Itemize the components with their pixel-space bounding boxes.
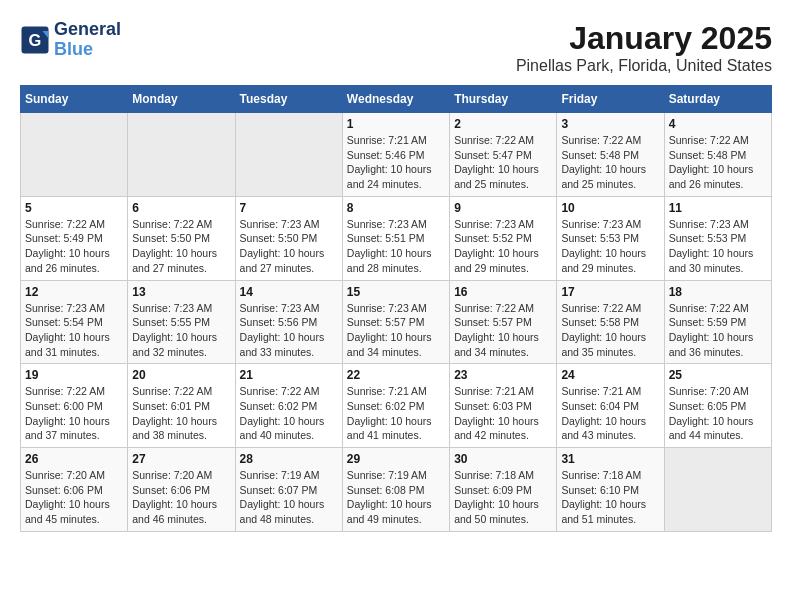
calendar-cell	[664, 448, 771, 532]
page-title: January 2025	[516, 20, 772, 57]
day-info: Sunrise: 7:23 AMSunset: 5:56 PMDaylight:…	[240, 301, 338, 360]
day-number: 19	[25, 368, 123, 382]
calendar-cell: 20Sunrise: 7:22 AMSunset: 6:01 PMDayligh…	[128, 364, 235, 448]
calendar-cell	[21, 113, 128, 197]
day-number: 2	[454, 117, 552, 131]
day-info: Sunrise: 7:21 AMSunset: 6:03 PMDaylight:…	[454, 384, 552, 443]
calendar-cell: 29Sunrise: 7:19 AMSunset: 6:08 PMDayligh…	[342, 448, 449, 532]
calendar-cell: 16Sunrise: 7:22 AMSunset: 5:57 PMDayligh…	[450, 280, 557, 364]
calendar-cell: 2Sunrise: 7:22 AMSunset: 5:47 PMDaylight…	[450, 113, 557, 197]
weekday-header-row: SundayMondayTuesdayWednesdayThursdayFrid…	[21, 86, 772, 113]
calendar-cell: 10Sunrise: 7:23 AMSunset: 5:53 PMDayligh…	[557, 196, 664, 280]
calendar-cell: 15Sunrise: 7:23 AMSunset: 5:57 PMDayligh…	[342, 280, 449, 364]
day-number: 6	[132, 201, 230, 215]
day-info: Sunrise: 7:19 AMSunset: 6:07 PMDaylight:…	[240, 468, 338, 527]
day-number: 12	[25, 285, 123, 299]
day-number: 16	[454, 285, 552, 299]
calendar-cell: 30Sunrise: 7:18 AMSunset: 6:09 PMDayligh…	[450, 448, 557, 532]
day-info: Sunrise: 7:20 AMSunset: 6:06 PMDaylight:…	[132, 468, 230, 527]
day-number: 18	[669, 285, 767, 299]
calendar-cell: 7Sunrise: 7:23 AMSunset: 5:50 PMDaylight…	[235, 196, 342, 280]
day-info: Sunrise: 7:23 AMSunset: 5:55 PMDaylight:…	[132, 301, 230, 360]
day-info: Sunrise: 7:23 AMSunset: 5:57 PMDaylight:…	[347, 301, 445, 360]
day-number: 20	[132, 368, 230, 382]
calendar-cell: 28Sunrise: 7:19 AMSunset: 6:07 PMDayligh…	[235, 448, 342, 532]
day-info: Sunrise: 7:22 AMSunset: 5:59 PMDaylight:…	[669, 301, 767, 360]
week-row-2: 5Sunrise: 7:22 AMSunset: 5:49 PMDaylight…	[21, 196, 772, 280]
calendar-cell: 13Sunrise: 7:23 AMSunset: 5:55 PMDayligh…	[128, 280, 235, 364]
logo-blue: Blue	[54, 40, 121, 60]
day-info: Sunrise: 7:22 AMSunset: 6:00 PMDaylight:…	[25, 384, 123, 443]
day-info: Sunrise: 7:22 AMSunset: 5:47 PMDaylight:…	[454, 133, 552, 192]
weekday-header-sunday: Sunday	[21, 86, 128, 113]
day-info: Sunrise: 7:22 AMSunset: 5:48 PMDaylight:…	[669, 133, 767, 192]
page-subtitle: Pinellas Park, Florida, United States	[516, 57, 772, 75]
day-info: Sunrise: 7:20 AMSunset: 6:06 PMDaylight:…	[25, 468, 123, 527]
weekday-header-friday: Friday	[557, 86, 664, 113]
day-info: Sunrise: 7:22 AMSunset: 5:48 PMDaylight:…	[561, 133, 659, 192]
weekday-header-monday: Monday	[128, 86, 235, 113]
day-number: 21	[240, 368, 338, 382]
day-info: Sunrise: 7:18 AMSunset: 6:10 PMDaylight:…	[561, 468, 659, 527]
day-info: Sunrise: 7:22 AMSunset: 5:57 PMDaylight:…	[454, 301, 552, 360]
week-row-1: 1Sunrise: 7:21 AMSunset: 5:46 PMDaylight…	[21, 113, 772, 197]
week-row-4: 19Sunrise: 7:22 AMSunset: 6:00 PMDayligh…	[21, 364, 772, 448]
day-info: Sunrise: 7:22 AMSunset: 5:58 PMDaylight:…	[561, 301, 659, 360]
day-number: 28	[240, 452, 338, 466]
day-number: 14	[240, 285, 338, 299]
page-header: G General Blue January 2025 Pinellas Par…	[20, 20, 772, 75]
day-info: Sunrise: 7:23 AMSunset: 5:53 PMDaylight:…	[561, 217, 659, 276]
calendar-cell: 6Sunrise: 7:22 AMSunset: 5:50 PMDaylight…	[128, 196, 235, 280]
calendar-cell: 19Sunrise: 7:22 AMSunset: 6:00 PMDayligh…	[21, 364, 128, 448]
day-info: Sunrise: 7:18 AMSunset: 6:09 PMDaylight:…	[454, 468, 552, 527]
logo-general: General	[54, 20, 121, 40]
calendar-cell: 26Sunrise: 7:20 AMSunset: 6:06 PMDayligh…	[21, 448, 128, 532]
day-number: 15	[347, 285, 445, 299]
calendar-cell: 21Sunrise: 7:22 AMSunset: 6:02 PMDayligh…	[235, 364, 342, 448]
calendar-cell: 12Sunrise: 7:23 AMSunset: 5:54 PMDayligh…	[21, 280, 128, 364]
day-info: Sunrise: 7:23 AMSunset: 5:50 PMDaylight:…	[240, 217, 338, 276]
title-block: January 2025 Pinellas Park, Florida, Uni…	[516, 20, 772, 75]
calendar-cell: 24Sunrise: 7:21 AMSunset: 6:04 PMDayligh…	[557, 364, 664, 448]
calendar-cell: 31Sunrise: 7:18 AMSunset: 6:10 PMDayligh…	[557, 448, 664, 532]
day-number: 31	[561, 452, 659, 466]
day-info: Sunrise: 7:23 AMSunset: 5:53 PMDaylight:…	[669, 217, 767, 276]
day-info: Sunrise: 7:21 AMSunset: 5:46 PMDaylight:…	[347, 133, 445, 192]
day-number: 26	[25, 452, 123, 466]
day-number: 10	[561, 201, 659, 215]
day-number: 27	[132, 452, 230, 466]
calendar-table: SundayMondayTuesdayWednesdayThursdayFrid…	[20, 85, 772, 532]
calendar-cell: 4Sunrise: 7:22 AMSunset: 5:48 PMDaylight…	[664, 113, 771, 197]
day-number: 25	[669, 368, 767, 382]
day-number: 3	[561, 117, 659, 131]
day-number: 8	[347, 201, 445, 215]
day-number: 29	[347, 452, 445, 466]
weekday-header-thursday: Thursday	[450, 86, 557, 113]
day-info: Sunrise: 7:23 AMSunset: 5:52 PMDaylight:…	[454, 217, 552, 276]
logo: G General Blue	[20, 20, 121, 60]
day-number: 5	[25, 201, 123, 215]
calendar-cell: 23Sunrise: 7:21 AMSunset: 6:03 PMDayligh…	[450, 364, 557, 448]
weekday-header-wednesday: Wednesday	[342, 86, 449, 113]
calendar-cell	[128, 113, 235, 197]
day-number: 13	[132, 285, 230, 299]
calendar-cell: 5Sunrise: 7:22 AMSunset: 5:49 PMDaylight…	[21, 196, 128, 280]
week-row-3: 12Sunrise: 7:23 AMSunset: 5:54 PMDayligh…	[21, 280, 772, 364]
day-number: 11	[669, 201, 767, 215]
weekday-header-saturday: Saturday	[664, 86, 771, 113]
calendar-cell: 9Sunrise: 7:23 AMSunset: 5:52 PMDaylight…	[450, 196, 557, 280]
day-info: Sunrise: 7:19 AMSunset: 6:08 PMDaylight:…	[347, 468, 445, 527]
calendar-cell: 25Sunrise: 7:20 AMSunset: 6:05 PMDayligh…	[664, 364, 771, 448]
day-number: 9	[454, 201, 552, 215]
day-number: 1	[347, 117, 445, 131]
day-info: Sunrise: 7:21 AMSunset: 6:02 PMDaylight:…	[347, 384, 445, 443]
calendar-cell: 17Sunrise: 7:22 AMSunset: 5:58 PMDayligh…	[557, 280, 664, 364]
day-info: Sunrise: 7:23 AMSunset: 5:54 PMDaylight:…	[25, 301, 123, 360]
day-number: 23	[454, 368, 552, 382]
weekday-header-tuesday: Tuesday	[235, 86, 342, 113]
calendar-cell: 18Sunrise: 7:22 AMSunset: 5:59 PMDayligh…	[664, 280, 771, 364]
calendar-cell: 3Sunrise: 7:22 AMSunset: 5:48 PMDaylight…	[557, 113, 664, 197]
day-info: Sunrise: 7:23 AMSunset: 5:51 PMDaylight:…	[347, 217, 445, 276]
day-info: Sunrise: 7:21 AMSunset: 6:04 PMDaylight:…	[561, 384, 659, 443]
day-info: Sunrise: 7:22 AMSunset: 5:49 PMDaylight:…	[25, 217, 123, 276]
